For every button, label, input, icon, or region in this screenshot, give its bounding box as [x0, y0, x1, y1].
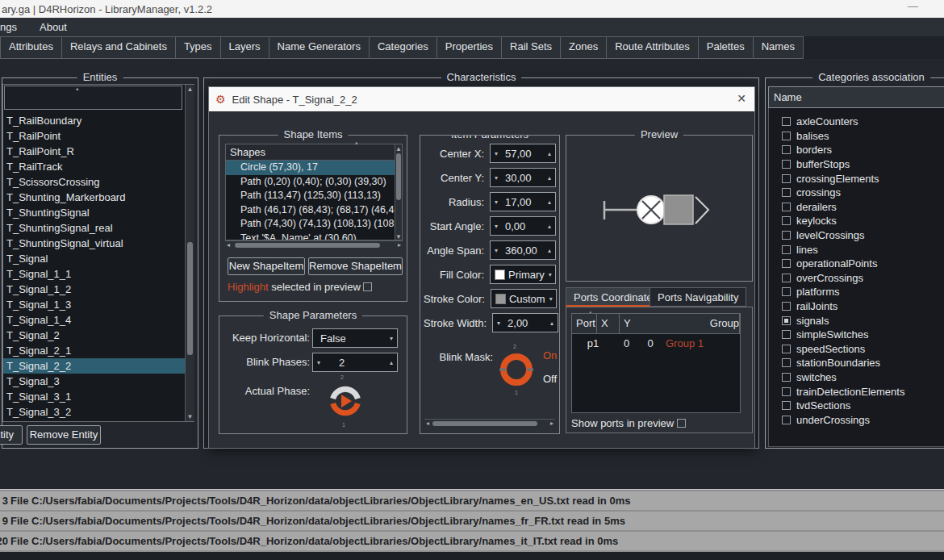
category-row[interactable]: lines	[782, 242, 944, 257]
tab[interactable]: Properties	[436, 36, 502, 59]
entity-list-item[interactable]: T_ShuntingSignal_real	[3, 220, 185, 236]
category-checkbox[interactable]	[782, 330, 791, 339]
blink-phases-spinner[interactable]: 2	[312, 353, 398, 372]
category-checkbox[interactable]	[782, 231, 791, 240]
log-row[interactable]: 3 File C:/Users/fabia/Documents/Projects…	[0, 491, 944, 510]
menu-settings[interactable]: Settings	[0, 21, 28, 33]
category-row[interactable]: switches	[782, 370, 944, 385]
category-checkbox[interactable]	[782, 160, 791, 169]
tab[interactable]: Relays and Cabinets	[61, 36, 176, 59]
log-row[interactable]: 9 File C:/Users/fabia/Documents/Projects…	[0, 512, 944, 530]
spinner-up-icon[interactable]	[544, 150, 555, 157]
category-row[interactable]: balises	[782, 129, 944, 144]
category-row[interactable]: keylocks	[782, 214, 944, 228]
shape-item[interactable]: Path (46,17) (68,43); (68,17) (46,4	[226, 203, 402, 218]
new-shapeitem-button[interactable]: New ShapeItem	[228, 257, 305, 275]
scroll-left-icon[interactable]: ◂	[426, 420, 429, 428]
item-parameters-hscrollbar[interactable]: ◂ ▸	[424, 419, 555, 428]
param-control[interactable]: 360,00	[490, 240, 556, 260]
param-control[interactable]: Custom	[491, 289, 557, 308]
category-checkbox[interactable]	[782, 145, 791, 154]
ports-column-header[interactable]: Group	[706, 314, 740, 333]
category-row[interactable]: signals	[782, 313, 944, 328]
category-checkbox[interactable]	[782, 302, 791, 311]
keep-horizontal-dropdown[interactable]: False	[312, 328, 398, 348]
ports-column-header[interactable]: Port Id	[572, 314, 597, 333]
category-checkbox[interactable]	[782, 245, 791, 254]
param-control[interactable]: Primary	[490, 265, 556, 284]
show-ports-checkbox[interactable]	[677, 419, 686, 428]
category-row[interactable]: railJoints	[782, 299, 944, 314]
entity-list-item[interactable]: T_Signal	[3, 251, 185, 266]
category-checkbox[interactable]	[782, 203, 791, 211]
ports-column-header[interactable]: Y	[620, 314, 706, 333]
scrollbar-thumb[interactable]	[235, 243, 380, 248]
category-row[interactable]: operationalPoints	[782, 257, 944, 271]
spinner-up-icon[interactable]	[545, 295, 557, 303]
spinner-up-icon[interactable]	[544, 199, 555, 206]
param-control[interactable]: 17,00	[490, 192, 556, 211]
scroll-down-icon[interactable]: ▼	[395, 233, 402, 240]
spinner-down-icon[interactable]	[491, 223, 502, 230]
entity-list-item[interactable]: T_ShuntingSignal	[3, 205, 185, 220]
entities-scrollbar[interactable]: ▲ ▼	[185, 85, 194, 421]
tab[interactable]: Route Attributes	[606, 36, 699, 59]
entity-list-item[interactable]: T_RailBoundary	[3, 113, 185, 128]
category-row[interactable]: levelCrossings	[782, 228, 944, 243]
category-row[interactable]: trainDetectionElements	[782, 384, 944, 399]
ports-column-header[interactable]: X	[597, 314, 620, 333]
entities-column-header[interactable]	[4, 86, 182, 110]
tab-ports-coordinate[interactable]: Ports Coordinate	[566, 287, 661, 307]
log-row[interactable]: 20 File C:/Users/fabia/Documents/Project…	[0, 532, 944, 550]
scroll-right-icon[interactable]: ▸	[398, 241, 401, 249]
entity-list-item[interactable]: T_Signal_2	[3, 328, 185, 343]
entity-list-item[interactable]: T_Signal_1_3	[3, 297, 185, 312]
entity-list-item[interactable]: T_Signal_2_1	[3, 343, 185, 358]
category-row[interactable]: tvdSections	[782, 399, 944, 413]
entity-list-item[interactable]: T_Signal_1_1	[3, 266, 185, 282]
shape-item[interactable]: Text '$A_Name' at (30,60)	[226, 232, 402, 241]
category-row[interactable]: crossingElements	[782, 171, 944, 186]
category-row[interactable]: borders	[782, 143, 944, 157]
menu-about[interactable]: About	[28, 21, 78, 33]
category-row[interactable]: bufferStops	[782, 157, 944, 172]
category-row[interactable]: speedSections	[782, 342, 944, 357]
entity-list-item[interactable]: T_Signal_3_2	[3, 404, 185, 420]
close-icon[interactable]: ✕	[737, 92, 746, 105]
category-checkbox[interactable]	[782, 259, 791, 268]
entity-list-item[interactable]: T_ScissorsCrossing	[3, 174, 185, 190]
tab[interactable]: Types	[175, 36, 221, 59]
dialog-titlebar[interactable]: ⚙ Edit Shape - T_Signal_2_2 ✕	[209, 87, 754, 111]
spinner-up-icon[interactable]	[544, 223, 555, 230]
shape-item[interactable]: Path (0,20) (0,40); (0,30) (39,30)	[226, 175, 402, 190]
shape-preview-canvas[interactable]	[566, 139, 752, 278]
entity-list-item[interactable]: T_Signal_2_2	[3, 358, 185, 374]
category-checkbox[interactable]	[782, 174, 791, 183]
shapes-hscrollbar[interactable]: ◂ ▸	[225, 240, 403, 249]
tab[interactable]: Names	[753, 36, 804, 59]
tab[interactable]: Rail Sets	[501, 36, 561, 59]
category-checkbox[interactable]	[782, 416, 791, 424]
shapes-tree-header[interactable]: Shapes	[226, 144, 402, 161]
actual-phase-dial[interactable]	[326, 382, 365, 420]
blink-mask-dial[interactable]	[497, 350, 536, 389]
entity-list-item[interactable]: T_Signal_3	[3, 374, 185, 389]
entity-list-item[interactable]: T_RailPoint	[3, 128, 185, 144]
entity-list-item[interactable]: T_RailPoint_R	[3, 144, 185, 159]
category-checkbox[interactable]	[782, 387, 791, 396]
remove-shapeitem-button[interactable]: Remove ShapeItem	[308, 257, 403, 275]
shape-item[interactable]: Path (113,47) (125,30) (113,13)	[226, 189, 402, 203]
shape-item[interactable]: Path (74,30) (74,13) (108,13) (108,	[226, 217, 402, 232]
category-row[interactable]: stationBoundaries	[782, 356, 944, 370]
category-checkbox[interactable]	[782, 345, 791, 353]
entity-list-item[interactable]: T_Signal_3_1	[3, 389, 185, 404]
entity-list-item[interactable]: T_Shunting_Markerboard	[3, 190, 185, 205]
scroll-up-icon[interactable]: ▲	[186, 86, 194, 93]
categories-column-header[interactable]: Name	[768, 86, 944, 108]
dropdown-caret-icon[interactable]	[386, 335, 397, 342]
entity-list-item[interactable]: T_Signal_1_2	[3, 282, 185, 297]
spinner-up-icon[interactable]	[546, 320, 558, 327]
shapes-scrollbar[interactable]: ▲ ▼	[395, 144, 402, 240]
category-row[interactable]: derailers	[782, 200, 944, 215]
category-row[interactable]: simpleSwitches	[782, 328, 944, 342]
